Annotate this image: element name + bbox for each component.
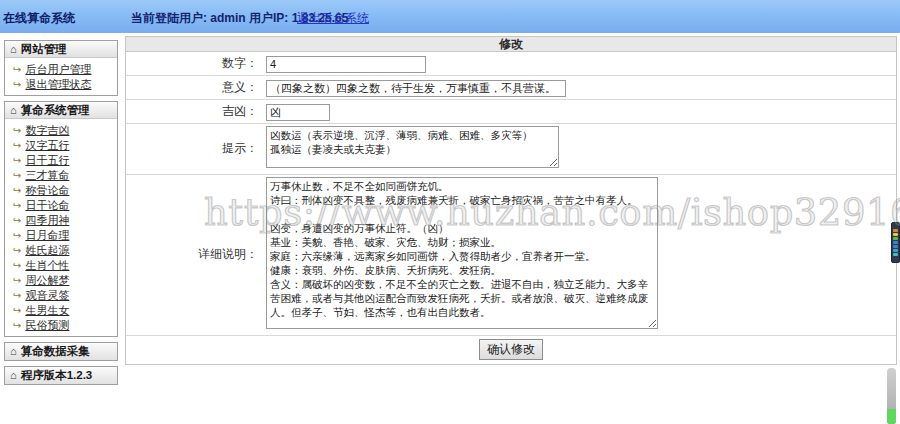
sidebar-item-label: 四季用神 (25, 213, 69, 228)
form-row-luck: 吉凶： (126, 100, 896, 124)
meaning-label: 意义： (126, 79, 262, 96)
arrow-bullet-icon: ↪ (13, 126, 21, 136)
sidebar-item-label: 称骨论命 (25, 183, 69, 198)
form-row-meaning: 意义： (126, 76, 896, 100)
toolbar-dot-icon (893, 237, 898, 240)
number-label: 数字： (126, 55, 262, 72)
sidebar-item-sancai-fortune[interactable]: ↪ 三才算命 (5, 168, 117, 183)
confirm-modify-button[interactable]: 确认修改 (479, 339, 543, 360)
form-field (262, 100, 896, 123)
sidebar-item-label: 观音灵签 (25, 288, 69, 303)
form-row-detail: 详细说明： 万事休止数，不足不全如同画饼充饥。 诗曰：刑体凶变不具整，残废病难兼… (126, 175, 896, 336)
sidebar-item-number-luck[interactable]: ↪ 数字吉凶 (5, 123, 117, 138)
form-row-hint: 提示： 凶数运（表示逆境、沉浮、薄弱、病难、困难、多灾等） 孤独运（妻凌夫或夫克… (126, 124, 896, 175)
sidebar-header-data-collection[interactable]: ⌂ 算命数据采集 (5, 343, 117, 360)
sidebar-header-label: 算命系统管理 (21, 103, 90, 118)
sidebar-item-siji-yongshen[interactable]: ↪ 四季用神 (5, 213, 117, 228)
form-field (262, 76, 896, 99)
form-field (262, 52, 896, 75)
arrow-bullet-icon: ↪ (13, 231, 21, 241)
sidebar-item-label: 后台用户管理 (25, 62, 91, 77)
sidebar-item-logout-admin-status[interactable]: ↪ 退出管理状态 (5, 77, 117, 92)
meaning-input[interactable] (266, 80, 566, 97)
arrow-bullet-icon: ↪ (13, 306, 21, 316)
arrow-bullet-icon: ↪ (13, 80, 21, 90)
sidebar-section-data-collection: ⌂ 算命数据采集 (4, 342, 118, 361)
home-icon: ⌂ (10, 370, 17, 381)
sidebar-item-boy-or-girl[interactable]: ↪ 生男生女 (5, 303, 117, 318)
sidebar-items-group: ↪ 后台用户管理 ↪ 退出管理状态 (5, 58, 117, 95)
hint-label: 提示： (126, 140, 262, 157)
arrow-bullet-icon: ↪ (13, 246, 21, 256)
sidebar-item-label: 生男生女 (25, 303, 69, 318)
toolbar-dot-icon (893, 229, 898, 232)
sidebar-item-label: 民俗预测 (25, 318, 69, 333)
sidebar-item-label: 三才算命 (25, 168, 69, 183)
sidebar-section-program-version: ⌂ 程序版本1.2.3 (4, 366, 118, 385)
sidebar-header-label: 算命数据采集 (21, 344, 90, 359)
floating-toolbar-widget[interactable] (891, 222, 900, 263)
topbar: 在线算命系统 当前登陆用户: admin 用户IP: 1.83.25.65 退出… (0, 0, 900, 33)
sidebar-header-fortune-system[interactable]: ⌂ 算命系统管理 (5, 102, 117, 119)
sidebar: ⌂ 网站管理 ↪ 后台用户管理 ↪ 退出管理状态 ⌂ 算命系统管理 (4, 40, 118, 390)
arrow-bullet-icon: ↪ (13, 141, 21, 151)
sidebar-item-chenggu-fortune[interactable]: ↪ 称骨论命 (5, 183, 117, 198)
sidebar-item-label: 退出管理状态 (25, 77, 91, 92)
sidebar-item-rigan-fortune[interactable]: ↪ 日干论命 (5, 198, 117, 213)
sidebar-item-label: 汉字五行 (25, 138, 69, 153)
arrow-bullet-icon: ↪ (13, 216, 21, 226)
arrow-bullet-icon: ↪ (13, 201, 21, 211)
toolbar-dot-icon (893, 233, 898, 236)
form-title: 修改 (126, 37, 896, 52)
sidebar-item-label: 日月命理 (25, 228, 69, 243)
scroll-indicator-fill (887, 409, 896, 424)
detail-label: 详细说明： (126, 246, 262, 263)
sidebar-item-label: 生肖个性 (25, 258, 69, 273)
sidebar-section-website-management: ⌂ 网站管理 ↪ 后台用户管理 ↪ 退出管理状态 (4, 40, 118, 96)
scroll-indicator-widget[interactable] (887, 368, 896, 424)
sidebar-item-admin-user-management[interactable]: ↪ 后台用户管理 (5, 62, 117, 77)
form-row-number: 数字： (126, 52, 896, 76)
arrow-bullet-icon: ↪ (13, 65, 21, 75)
arrow-bullet-icon: ↪ (13, 261, 21, 271)
sidebar-header-label: 网站管理 (21, 42, 67, 57)
app-title: 在线算命系统 (3, 10, 75, 27)
home-icon: ⌂ (10, 105, 17, 116)
arrow-bullet-icon: ↪ (13, 321, 21, 331)
sidebar-item-surname-origin[interactable]: ↪ 姓氏起源 (5, 243, 117, 258)
luck-label: 吉凶： (126, 103, 262, 120)
sidebar-item-label: 数字吉凶 (25, 123, 69, 138)
arrow-bullet-icon: ↪ (13, 291, 21, 301)
form-field: 万事休止数，不足不全如同画饼充饥。 诗曰：刑体凶变不具整，残废病难兼夭折，破家亡… (262, 175, 896, 335)
program-version-label: 程序版本1.2.3 (21, 368, 93, 383)
sidebar-item-label: 姓氏起源 (25, 243, 69, 258)
toolbar-dot-icon (893, 249, 898, 252)
form-actions: 确认修改 (126, 336, 896, 364)
sidebar-header-website-management[interactable]: ⌂ 网站管理 (5, 41, 117, 58)
sidebar-item-riyue-mingli[interactable]: ↪ 日月命理 (5, 228, 117, 243)
form-field: 凶数运（表示逆境、沉浮、薄弱、病难、困难、多灾等） 孤独运（妻凌夫或夫克妻） (262, 124, 896, 174)
luck-input[interactable] (266, 104, 330, 121)
logout-link[interactable]: 退出后台系统 (297, 10, 369, 27)
toolbar-dot-icon (893, 253, 898, 256)
sidebar-item-zodiac-personality[interactable]: ↪ 生肖个性 (5, 258, 117, 273)
sidebar-item-label: 日干五行 (25, 153, 69, 168)
detail-textarea[interactable]: 万事休止数，不足不全如同画饼充饥。 诗曰：刑体凶变不具整，残废病难兼夭折，破家亡… (266, 177, 658, 329)
home-icon: ⌂ (10, 346, 17, 357)
toolbar-dot-icon (893, 241, 898, 244)
sidebar-item-guanyin-lottery[interactable]: ↪ 观音灵签 (5, 288, 117, 303)
sidebar-item-rigan-wuxing[interactable]: ↪ 日干五行 (5, 153, 117, 168)
toolbar-dot-icon (893, 245, 898, 248)
sidebar-section-fortune-system: ⌂ 算命系统管理 ↪ 数字吉凶 ↪ 汉字五行 ↪ 日干五行 ↪ 三才算 (4, 101, 118, 337)
sidebar-header-program-version: ⌂ 程序版本1.2.3 (5, 367, 117, 384)
sidebar-items-group: ↪ 数字吉凶 ↪ 汉字五行 ↪ 日干五行 ↪ 三才算命 ↪ 称骨论命 (5, 119, 117, 336)
sidebar-item-label: 日干论命 (25, 198, 69, 213)
arrow-bullet-icon: ↪ (13, 171, 21, 181)
sidebar-item-folk-prediction[interactable]: ↪ 民俗预测 (5, 318, 117, 333)
arrow-bullet-icon: ↪ (13, 156, 21, 166)
home-icon: ⌂ (10, 44, 17, 55)
sidebar-item-hanzi-wuxing[interactable]: ↪ 汉字五行 (5, 138, 117, 153)
hint-textarea[interactable]: 凶数运（表示逆境、沉浮、薄弱、病难、困难、多灾等） 孤独运（妻凌夫或夫克妻） (266, 126, 559, 168)
number-input[interactable] (266, 56, 426, 73)
sidebar-item-dream-interpretation[interactable]: ↪ 周公解梦 (5, 273, 117, 288)
